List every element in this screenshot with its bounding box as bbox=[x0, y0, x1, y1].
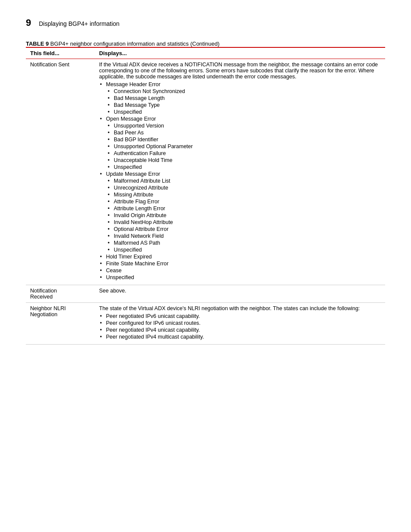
description-text: See above. bbox=[99, 288, 381, 294]
table-caption: TABLE 9 BGP4+ neighbor configuration inf… bbox=[26, 40, 385, 47]
page-header: 9 Displaying BGP4+ information bbox=[26, 17, 385, 28]
list-item: Unrecognized Attribute bbox=[106, 185, 381, 191]
description-text: The state of the Virtual ADX device's NL… bbox=[99, 305, 381, 311]
description-text: If the Virtual ADX device receives a NOT… bbox=[99, 62, 381, 80]
list-item: Bad BGP Identifier bbox=[106, 137, 381, 143]
list-item: Peer negotiated IPv4 multicast capabilit… bbox=[99, 334, 381, 340]
list-item: Message Header ErrorConnection Not Synch… bbox=[99, 81, 381, 115]
field-cell: Neighbor NLRI Negotiation bbox=[26, 303, 95, 345]
list-item: Open Message ErrorUnsupported VersionBad… bbox=[99, 116, 381, 170]
list-item: Peer negotiated IPv6 unicast capability. bbox=[99, 313, 381, 319]
displays-cell: The state of the Virtual ADX device's NL… bbox=[95, 303, 385, 345]
list-item: Unspecified bbox=[106, 247, 381, 253]
list-item: Unspecified bbox=[106, 164, 381, 170]
list-item: Bad Message Type bbox=[106, 102, 381, 108]
displays-cell: See above. bbox=[95, 285, 385, 303]
col-header-field: This field... bbox=[26, 47, 95, 59]
list-item: Missing Attribute bbox=[106, 192, 381, 198]
list-item: Optional Attribute Error bbox=[106, 226, 381, 232]
list-item: Authentication Failure bbox=[106, 150, 381, 156]
list-item: Invalid Origin Attribute bbox=[106, 212, 381, 218]
list-item: Peer configured for IPv6 unicast routes. bbox=[99, 320, 381, 326]
list-item: Invalid Network Field bbox=[106, 233, 381, 239]
col-header-displays: Displays... bbox=[95, 47, 385, 59]
list-item: Peer negotiated IPv4 unicast capability. bbox=[99, 327, 381, 333]
field-cell: Notification Sent bbox=[26, 59, 95, 285]
table-row: Neighbor NLRI NegotiationThe state of th… bbox=[26, 303, 385, 345]
list-item: Attribute Flag Error bbox=[106, 199, 381, 205]
displays-cell: If the Virtual ADX device receives a NOT… bbox=[95, 59, 385, 285]
table-row: Notification SentIf the Virtual ADX devi… bbox=[26, 59, 385, 285]
main-table: This field... Displays... Notification S… bbox=[26, 47, 385, 345]
list-item: Connection Not Synchronized bbox=[106, 88, 381, 94]
list-item: Update Message ErrorMalformed Attribute … bbox=[99, 171, 381, 253]
list-item: Unspecified bbox=[99, 274, 381, 280]
list-item: Malformed Attribute List bbox=[106, 178, 381, 184]
list-item: Bad Peer As bbox=[106, 130, 381, 136]
list-item: Unsupported Version bbox=[106, 123, 381, 129]
list-item: Malformed AS Path bbox=[106, 240, 381, 246]
list-item: Unspecified bbox=[106, 109, 381, 115]
page-title: Displaying BGP4+ information bbox=[39, 20, 119, 27]
page-number: 9 bbox=[26, 17, 31, 28]
list-item: Unacceptable Hold Time bbox=[106, 157, 381, 163]
table-row: Notification ReceivedSee above. bbox=[26, 285, 385, 303]
list-item: Cease bbox=[99, 268, 381, 274]
list-item: Bad Message Length bbox=[106, 95, 381, 101]
table-caption-text: BGP4+ neighbor configuration information… bbox=[50, 40, 220, 47]
field-cell: Notification Received bbox=[26, 285, 95, 303]
list-item: Finite State Machine Error bbox=[99, 261, 381, 267]
list-item: Invalid NextHop Attribute bbox=[106, 219, 381, 225]
list-item: Unsupported Optional Parameter bbox=[106, 143, 381, 149]
table-label: TABLE 9 bbox=[26, 40, 49, 47]
list-item: Hold Timer Expired bbox=[99, 254, 381, 260]
list-item: Attribute Length Error bbox=[106, 205, 381, 212]
